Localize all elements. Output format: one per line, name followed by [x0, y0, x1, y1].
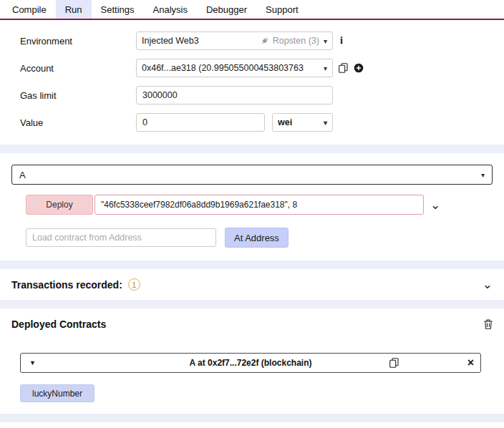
constructor-args-input[interactable] [94, 195, 424, 215]
instance-collapse-caret-icon[interactable]: ▼ [29, 359, 36, 366]
copy-icon [339, 63, 348, 73]
contract-select[interactable]: A ▾ [11, 165, 493, 185]
chevron-down-icon: ▾ [324, 119, 327, 127]
tab-analysis[interactable]: Analysis [144, 0, 197, 19]
luckynumber-method-button[interactable]: luckyNumber [20, 384, 94, 402]
tab-bar: Compile Run Settings Analysis Debugger S… [0, 0, 504, 20]
run-settings-panel: Environment Injected Web3 Ropsten (3) [0, 20, 504, 145]
gas-limit-label: Gas limit [20, 90, 136, 101]
chevron-down-icon: ▾ [324, 37, 327, 45]
contract-selected-value: A [19, 170, 26, 180]
value-label: Value [20, 117, 136, 128]
network-indicator: Ropsten (3) [260, 36, 319, 46]
value-row: Value wei ▾ [20, 113, 504, 132]
tab-support[interactable]: Support [256, 0, 308, 19]
environment-select[interactable]: Injected Web3 Ropsten (3) ▾ [136, 31, 333, 50]
tab-compile[interactable]: Compile [3, 0, 56, 19]
clear-instances-button[interactable] [484, 319, 493, 329]
copy-account-button[interactable] [339, 63, 348, 73]
deployed-contracts-title: Deployed Contracts [11, 318, 106, 330]
contract-panel: A ▾ Deploy ⌄ At Address [0, 153, 504, 261]
transactions-panel: Transactions recorded: 1 ⌄ [0, 269, 504, 300]
chevron-down-icon: ▾ [481, 171, 485, 179]
info-icon[interactable]: i [340, 35, 343, 47]
copy-instance-address-button[interactable] [389, 358, 399, 368]
create-account-button[interactable] [354, 63, 364, 73]
account-label: Account [20, 63, 136, 74]
tab-settings[interactable]: Settings [92, 0, 144, 19]
account-select[interactable]: 0x46f...ae318 (20.995055000453803763 ▾ [136, 59, 333, 77]
gas-limit-row: Gas limit [20, 86, 504, 104]
environment-row: Environment Injected Web3 Ropsten (3) [20, 31, 504, 50]
value-input[interactable] [136, 113, 265, 132]
trash-icon [484, 319, 493, 329]
transactions-count-badge: 1 [128, 278, 140, 291]
value-unit: wei [278, 117, 324, 127]
transactions-title: Transactions recorded: [11, 279, 122, 291]
at-address-button[interactable]: At Address [225, 228, 289, 248]
tab-run[interactable]: Run [56, 0, 92, 19]
contract-instance-row: ▼ A at 0x2f7...72e2f (blockchain) × [20, 353, 481, 373]
copy-icon [389, 358, 399, 368]
chevron-down-icon: ▾ [324, 64, 327, 72]
deploy-row: Deploy ⌄ [26, 195, 493, 215]
plus-circle-icon [354, 63, 364, 73]
load-address-input[interactable] [26, 228, 216, 247]
expand-constructor-chevron-icon[interactable]: ⌄ [430, 199, 440, 211]
deployed-contracts-header: Deployed Contracts [11, 318, 493, 330]
tab-debugger[interactable]: Debugger [197, 0, 256, 19]
environment-label: Environment [20, 36, 136, 47]
account-row: Account 0x46f...ae318 (20.99505500045380… [20, 59, 504, 77]
plug-icon [260, 36, 270, 46]
environment-value: Injected Web3 [142, 36, 260, 46]
deployed-contracts-panel: Deployed Contracts ▼ A at 0x2f7...72e2f … [0, 308, 504, 414]
transactions-collapse-chevron-icon[interactable]: ⌄ [483, 278, 493, 291]
close-instance-icon[interactable]: × [467, 356, 474, 369]
value-unit-select[interactable]: wei ▾ [272, 113, 333, 132]
instance-title: A at 0x2f7...72e2f (blockchain) [21, 358, 480, 368]
deploy-button[interactable]: Deploy [26, 195, 93, 215]
network-label: Ropsten (3) [273, 36, 319, 46]
gas-limit-input[interactable] [136, 86, 333, 104]
account-value: 0x46f...ae318 (20.995055000453803763 [142, 63, 324, 73]
at-address-row: At Address [26, 228, 493, 248]
bottom-strip [0, 422, 504, 428]
